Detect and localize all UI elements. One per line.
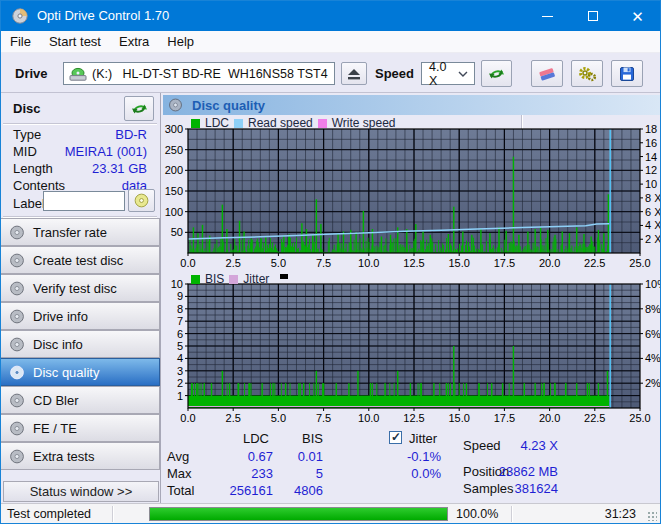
svg-text:2 X: 2 X [645,233,661,245]
save-button[interactable] [611,60,643,87]
svg-text:10%: 10% [645,278,661,290]
svg-text:16 X: 16 X [645,137,661,149]
disc-icon [9,337,25,352]
refresh-button[interactable] [481,60,512,87]
svg-text:10.0: 10.0 [358,412,379,424]
drive-label: Drive [15,66,48,81]
menu-bar: File Start test Extra Help [1,31,660,53]
svg-text:15.0: 15.0 [448,257,469,269]
speed-label: Speed [375,66,414,81]
status-bar: Test completed 100.0% 31:23 [1,503,660,524]
chevron-down-icon [458,71,468,77]
menu-extra[interactable]: Extra [110,31,158,52]
resize-grip[interactable] [647,511,657,521]
svg-text:14 X: 14 X [645,151,661,163]
disc-mid-value: MEIRA1 (001) [65,144,147,159]
total-bis: 4806 [273,483,323,498]
total-ldc: 256161 [203,483,273,498]
speed-select[interactable]: 4.0 X [421,62,475,85]
drive-disc-icon [69,67,87,81]
svg-text:0.0: 0.0 [180,257,195,269]
svg-text:1: 1 [177,390,183,402]
results-panel: LDC BIS Jitter Avg Max Total 0.67 233 25… [161,426,661,503]
svg-text:6%: 6% [645,328,661,340]
menu-help[interactable]: Help [158,31,203,52]
status-text: Test completed [7,507,91,521]
disc-icon [9,253,25,268]
svg-text:0.0: 0.0 [180,412,195,424]
svg-text:18 X: 18 X [645,123,661,135]
sidebar-item-extra-tests[interactable]: Extra tests [1,442,160,470]
label-input[interactable] [43,191,125,211]
svg-text:4 X: 4 X [645,219,661,231]
svg-text:7: 7 [177,315,183,327]
svg-text:5.0: 5.0 [271,412,286,424]
toolbar: Drive (K:) HL-DT-ST BD-RE WH16NS58 TST4 … [1,53,660,93]
svg-text:2.5: 2.5 [226,412,241,424]
bis-chart-legend: BIS Jitter [191,272,288,286]
svg-text:8: 8 [177,303,183,315]
menu-start-test[interactable]: Start test [40,31,110,52]
disc-field-length: Length23.31 GB [13,161,153,177]
max-bis: 5 [273,466,323,481]
drive-select[interactable]: (K:) HL-DT-ST BD-RE WH16NS58 TST4 [63,62,335,85]
disc-icon [9,281,25,296]
status-window-button[interactable]: Status window >> [3,481,159,502]
eject-icon [347,68,361,80]
svg-text:25.0: 25.0 [629,257,650,269]
minimize-icon [542,16,553,17]
disc-type-value: BD-R [115,127,147,142]
eject-button[interactable] [341,62,367,85]
svg-text:100: 100 [165,206,183,218]
svg-text:150: 150 [165,185,183,197]
page-title-bar: Disc quality [163,95,660,115]
position-result-value: 23862 MB [488,464,558,479]
sidebar-item-cd-bler[interactable]: CD Bler [1,386,160,414]
menu-file[interactable]: File [1,31,40,52]
sidebar-item-disc-quality[interactable]: Disc quality [1,358,160,386]
svg-text:9: 9 [177,290,183,302]
bis-plot: 1098765432110%8%6%4%2%0.02.55.07.510.012… [161,269,661,426]
close-button[interactable]: ✕ [615,1,660,31]
disc-icon [9,365,25,380]
divider [3,123,157,124]
svg-text:2%: 2% [645,377,661,389]
maximize-button[interactable] [570,1,615,31]
progress-bar [149,507,448,521]
divider [3,216,157,217]
sidebar-item-verify-test-disc[interactable]: Verify test disc [1,274,160,302]
sidebar-item-fe-te[interactable]: FE / TE [1,414,160,442]
progress-fill [150,508,447,520]
erase-disc-button[interactable] [531,60,563,87]
sidebar-item-transfer-rate[interactable]: Transfer rate [1,218,160,246]
divider [511,506,512,522]
svg-text:17.5: 17.5 [494,412,515,424]
elapsed-time: 31:23 [605,507,636,521]
samples-result-value: 381624 [488,481,558,496]
settings-button[interactable] [571,60,603,87]
write-label-button[interactable] [128,189,155,212]
ldc-plot: 3002502001501005018 X16 X14 X12 X10 X8 X… [161,115,661,269]
disc-field-type: TypeBD-R [13,127,153,143]
disc-refresh-button[interactable] [124,96,154,121]
speed-value: 4.0 X [429,60,458,88]
avg-ldc: 0.67 [203,449,273,464]
write-speed-legend-swatch [318,119,327,128]
svg-text:5: 5 [177,340,183,352]
col-header-ldc: LDC [243,431,269,446]
svg-text:25.0: 25.0 [629,412,650,424]
svg-text:4: 4 [177,352,183,364]
svg-text:20.0: 20.0 [539,257,560,269]
sidebar-item-create-test-disc[interactable]: Create test disc [1,246,160,274]
svg-text:12.5: 12.5 [403,257,424,269]
sidebar-item-drive-info[interactable]: Drive info [1,302,160,330]
divider [112,506,113,522]
svg-text:15.0: 15.0 [448,412,469,424]
minimize-button[interactable] [525,1,570,31]
eraser-icon [537,66,557,82]
svg-text:8%: 8% [645,303,661,315]
svg-text:10: 10 [171,278,183,290]
title-bar: Opti Drive Control 1.70 ✕ [1,1,660,31]
sidebar-item-disc-info[interactable]: Disc info [1,330,160,358]
jitter-checkbox[interactable] [389,431,402,444]
